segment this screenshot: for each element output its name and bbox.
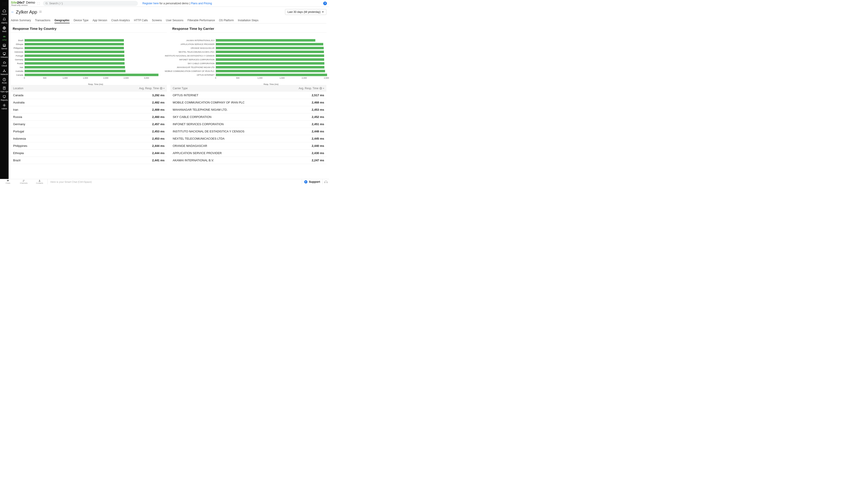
chart-bar[interactable] xyxy=(216,47,324,49)
tab-geographic[interactable]: Geographic xyxy=(55,18,70,23)
tab-admin-summary[interactable]: Admin Summary xyxy=(11,18,31,23)
table-row[interactable]: Brazil2,441 ms xyxy=(11,157,167,164)
column-avg-resp-time[interactable]: Avg. Resp. Time i ▾ xyxy=(139,87,164,90)
table-row[interactable]: Indonesia2,453 ms xyxy=(11,135,167,142)
tab-filterable-performance[interactable]: Filterable Performance xyxy=(187,18,215,23)
table-row[interactable]: Australia2,482 ms xyxy=(11,99,167,106)
row-value: 2,430 ms xyxy=(312,151,324,155)
column-avg-resp-time[interactable]: Avg. Resp. Time i ▾ xyxy=(299,87,324,90)
chart-bar[interactable] xyxy=(25,66,125,68)
sidebar-item-home[interactable]: Home xyxy=(0,8,8,16)
table-row[interactable]: Germany2,457 ms xyxy=(11,121,167,128)
chart-bar[interactable] xyxy=(25,55,124,57)
table-row[interactable]: Portugal2,453 ms xyxy=(11,128,167,135)
sidebar-item-network[interactable]: Network xyxy=(0,68,8,76)
chart-bar[interactable] xyxy=(216,39,315,41)
sidebar-item-applogs[interactable]: AppLogs xyxy=(0,85,8,94)
chart-bar[interactable] xyxy=(25,47,124,49)
table-row[interactable]: Ethiopia2,444 ms xyxy=(11,150,167,157)
topbar-links: Register here for a personalized demo | … xyxy=(143,2,212,5)
info-icon[interactable]: i xyxy=(160,87,162,90)
logo[interactable]: Site24x7 Demo Read-only version xyxy=(11,0,35,6)
chart-bar[interactable] xyxy=(25,51,124,53)
date-range-picker[interactable]: Last 30 days (till yesterday)▼ xyxy=(285,9,327,15)
tab-user-sessions[interactable]: User Sessions xyxy=(166,18,183,23)
search-input[interactable]: Search ( / ) xyxy=(43,1,138,6)
register-link[interactable]: Register here xyxy=(143,2,159,5)
admin-icon xyxy=(2,103,6,107)
table-row[interactable]: INSTITUTO NACIONAL DE ESTADISTICA Y CENS… xyxy=(170,128,327,135)
table-row[interactable]: Canada3,292 ms xyxy=(11,92,167,99)
row-name: Iran xyxy=(13,108,18,111)
chart-bar[interactable] xyxy=(25,43,124,45)
chart-bar[interactable] xyxy=(216,43,323,45)
svg-point-22 xyxy=(24,180,25,181)
chart-bar[interactable] xyxy=(25,70,125,72)
svg-rect-4 xyxy=(3,46,6,46)
sidebar-item-rum[interactable]: RUM xyxy=(0,76,8,85)
table-row[interactable]: AKAMAI INTERNATIONAL B.V.2,247 ms xyxy=(170,157,327,164)
chart-bar[interactable] xyxy=(216,62,324,65)
table-row[interactable]: NEXTEL TELECOMUNICACOES LTDA2,445 ms xyxy=(170,135,327,142)
chart-bar[interactable] xyxy=(25,39,124,41)
smart-chat-input[interactable]: Here is your Smart Chat (Ctrl+Space) xyxy=(48,179,302,184)
table-row[interactable]: SKY CABLE CORPORATION2,452 ms xyxy=(170,113,327,121)
bottom-contacts[interactable]: Contacts xyxy=(32,180,48,184)
headset-icon[interactable] xyxy=(322,179,329,184)
sidebar-item-vmware[interactable]: VMware xyxy=(0,51,8,59)
tab-crash-analytics[interactable]: Crash Analytics xyxy=(111,18,130,23)
chart-bar[interactable] xyxy=(216,70,325,72)
table-row[interactable]: APPLICATION SERVICE PROVIDER2,430 ms xyxy=(170,150,327,157)
table-row[interactable]: OPTUS INTERNET2,517 ms xyxy=(170,92,327,99)
apps-grid-icon[interactable] xyxy=(2,2,6,6)
tabs: Admin SummaryTransactionsGeographicDevic… xyxy=(11,18,327,24)
row-name: MOBILE COMMUNICATION COMPANY OF IRAN PLC xyxy=(173,101,245,104)
help-icon[interactable]: ? xyxy=(323,2,327,5)
chart-bar[interactable] xyxy=(216,66,324,68)
tab-transactions[interactable]: Transactions xyxy=(35,18,51,23)
table-row[interactable]: Philippines2,444 ms xyxy=(11,142,167,150)
chart-bar[interactable] xyxy=(216,55,324,57)
table-row[interactable]: Iran2,469 ms xyxy=(11,106,167,113)
tab-installation-steps[interactable]: Installation Steps xyxy=(238,18,258,23)
chart-bar-label: INFONET SERVICES CORPORATION xyxy=(170,59,216,61)
plans-link[interactable]: Plans and Pricing xyxy=(191,2,212,5)
svg-point-21 xyxy=(23,180,24,181)
support-button[interactable]: ✦ Support xyxy=(302,179,322,184)
chart-bar[interactable] xyxy=(25,58,125,61)
tab-app-version[interactable]: App Version xyxy=(92,18,107,23)
table-row[interactable]: ORANGE MADAGASCAR2,440 ms xyxy=(170,142,327,150)
sidebar-item-web[interactable]: Web xyxy=(0,25,8,33)
chart-bar[interactable] xyxy=(216,51,324,53)
chart-carrier[interactable]: AKAMAI INTERNATIONAL B.V.APPLICATION SER… xyxy=(170,34,327,82)
tab-http-calls[interactable]: HTTP Calls xyxy=(134,18,148,23)
chart-bar[interactable] xyxy=(25,62,125,65)
sidebar-item-apm[interactable]: APM xyxy=(0,33,8,42)
page-menu-icon[interactable] xyxy=(39,10,42,14)
tab-os-platform[interactable]: OS Platform xyxy=(219,18,234,23)
chart-bar[interactable] xyxy=(216,58,324,61)
tab-device-type[interactable]: Device Type xyxy=(74,18,89,23)
sidebar: HomeAlarmsWebAPMServerVMwareCloudNetwork… xyxy=(0,0,8,179)
column-location[interactable]: Location xyxy=(13,87,23,90)
sidebar-item-cloud[interactable]: Cloud xyxy=(0,59,8,68)
back-arrow-icon[interactable]: ← xyxy=(11,10,14,14)
chart-country[interactable]: BrazilEthiopiaPhilippinesIndonesiaPortug… xyxy=(11,34,167,82)
table-row[interactable]: MAHANAGAR TELEPHONE NIGAM LTD.2,453 ms xyxy=(170,106,327,113)
column-carrier-type[interactable]: Carrier Type xyxy=(173,87,188,90)
bottom-chats[interactable]: Chats xyxy=(0,180,16,184)
table-row[interactable]: MOBILE COMMUNICATION COMPANY OF IRAN PLC… xyxy=(170,99,327,106)
accessibility-icon: ✦ xyxy=(304,180,307,184)
sidebar-item-server[interactable]: Server xyxy=(0,42,8,51)
sidebar-item-alarms[interactable]: Alarms xyxy=(0,16,8,25)
bottom-channels[interactable]: Channels xyxy=(16,180,32,184)
chart-bar[interactable] xyxy=(25,74,158,76)
sidebar-item-reports[interactable]: Reports xyxy=(0,94,8,102)
tab-screens[interactable]: Screens xyxy=(152,18,162,23)
table-row[interactable]: Russia2,460 ms xyxy=(11,113,167,121)
chart-bar[interactable] xyxy=(216,74,327,76)
expand-icon[interactable]: ⛶ xyxy=(37,2,40,5)
table-row[interactable]: INFONET SERVICES CORPORATION2,451 ms xyxy=(170,121,327,128)
sidebar-item-admin[interactable]: Admin xyxy=(0,102,8,111)
info-icon[interactable]: i xyxy=(319,87,322,90)
